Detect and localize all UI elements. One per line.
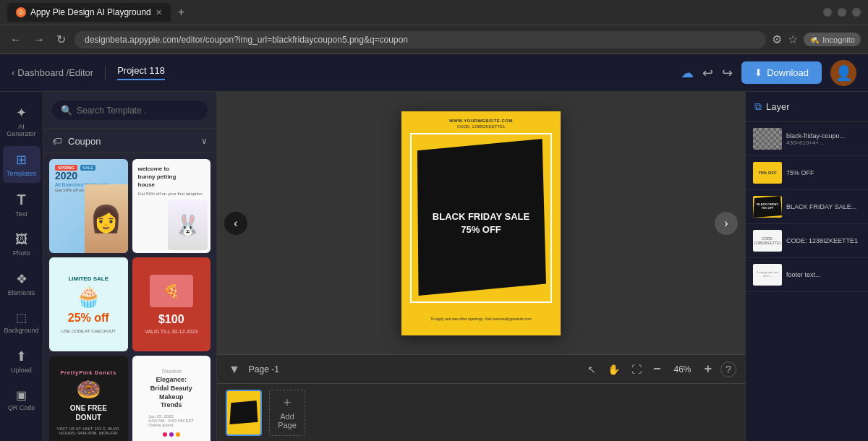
tab-close-icon[interactable]: ✕ — [156, 8, 162, 17]
layer-item-5[interactable]: To apply and see other... footer text... — [746, 258, 868, 292]
close-window-button[interactable] — [852, 8, 861, 17]
back-button[interactable]: ← — [7, 30, 25, 49]
category-icon: 🏷 — [52, 135, 62, 147]
zoom-level: 46% — [669, 364, 695, 374]
incognito-label: Incognito — [822, 35, 855, 44]
canvas-viewport[interactable]: ‹ WWW.YOURWEBSITE.COM CODE: 123BIZKEETTE… — [217, 92, 745, 354]
undo-button[interactable]: ↩ — [702, 65, 713, 81]
templates-grid: SPRING SALE 2020 All Branches Nationwide… — [43, 153, 216, 441]
makeup-date: Jun 25, 20259:00 AM - 5:00 PM ESTOnline … — [148, 414, 194, 427]
layer-thumb-inner-2: 75% OFF — [753, 162, 782, 184]
redo-button[interactable]: ↪ — [722, 65, 733, 81]
tool-item-qr-code[interactable]: ▣ QR Code — [3, 382, 41, 417]
layer-size-1: 430×610+4+... — [786, 140, 861, 146]
tool-item-templates[interactable]: ⊞ Templates — [3, 146, 41, 183]
refresh-button[interactable]: ↻ — [54, 30, 69, 49]
search-icon: 🔍 — [61, 105, 72, 116]
upload-icon: ⬆ — [16, 348, 27, 364]
right-panel-header: ⧉ Layer — [746, 92, 868, 122]
download-button[interactable]: ⬇ Download — [741, 61, 822, 84]
layer-thumb-2: 75% OFF — [753, 162, 782, 184]
right-panel: ⧉ Layer black-friday-coupo... 430×610+4+… — [745, 92, 868, 441]
pan-tool-button[interactable]: ✋ — [605, 361, 623, 378]
zoom-in-button[interactable]: + — [701, 359, 715, 380]
layer-item-4[interactable]: CODE: 123BIZKEETTE1 CODE: 1238IZKEETTE1 — [746, 224, 868, 258]
makeup-dot-pink — [163, 432, 167, 437]
tool-templates-label: Templates — [7, 170, 36, 177]
bunny-offer: Get 50% off on your first adoption — [138, 192, 205, 196]
donut-sub: VISIT US AT: UNIT 101 S. BLVD.HOURS: 9AM… — [56, 427, 120, 435]
project-name[interactable]: Project 118 — [117, 65, 165, 80]
bookmark-icon[interactable]: ☆ — [788, 33, 798, 46]
search-input[interactable] — [77, 106, 199, 116]
maximize-button[interactable] — [838, 8, 846, 17]
sale-badge: SALE — [80, 165, 95, 171]
layer-info-3: BLACK FRIDAY SALE... — [786, 203, 861, 210]
address-input[interactable] — [75, 31, 766, 48]
tool-item-text[interactable]: T Text — [3, 186, 41, 223]
hundred-food-image: 🍕 — [150, 275, 193, 307]
crop-tool-button[interactable]: ⛶ — [629, 361, 644, 378]
limited-discount: 25% off — [68, 312, 109, 325]
zoom-out-button[interactable]: − — [650, 359, 664, 380]
makeup-title: Elegance:Bridal BeautyMakeupTrends — [150, 376, 192, 410]
templates-icon: ⊞ — [16, 152, 27, 168]
canvas-main-text: BLACK FRIDAY SALE 75% OFF — [420, 210, 542, 236]
tool-background-label: Background — [4, 327, 38, 334]
photo-icon: 🖼 — [15, 232, 28, 247]
user-avatar[interactable]: 👤 — [830, 60, 856, 86]
template-card-bunny[interactable]: welcome tobunny pettinghouse Get 50% off… — [132, 159, 211, 253]
template-card-spring-sale[interactable]: SPRING SALE 2020 All Branches Nationwide… — [49, 159, 128, 253]
header-actions: ☁ ↩ ↪ ⬇ Download 👤 — [681, 60, 856, 86]
layer-info-1: black-friday-coupo... 430×610+4+... — [786, 132, 861, 146]
help-button[interactable]: ? — [720, 361, 736, 377]
layer-black-sale-text: BLACK FRIDAY75% OFF — [757, 203, 778, 210]
spring-year: 2020 — [55, 171, 122, 181]
layer-item-1[interactable]: black-friday-coupo... 430×610+4+... — [746, 122, 868, 156]
tool-item-photo[interactable]: 🖼 Photo — [3, 226, 41, 262]
category-header[interactable]: 🏷 Coupon ∨ — [43, 129, 216, 153]
dashboard-editor-link[interactable]: ‹ Dashboard /Editor — [12, 67, 93, 78]
thumbnail-page-1[interactable] — [226, 390, 262, 436]
layer-thumb-inner-5: To apply and see other... — [753, 264, 782, 286]
limited-footer: USE CODE AT CHECKOUT — [61, 329, 116, 333]
template-card-makeup[interactable]: Timeless Elegance:Bridal BeautyMakeupTre… — [132, 356, 211, 441]
layer-thumb-1 — [753, 128, 782, 150]
canvas-nav-right-button[interactable]: › — [715, 212, 738, 235]
template-card-limited-sale[interactable]: LIMITED SALE 🧁 25% off USE CODE AT CHECK… — [49, 257, 128, 351]
layer-name-5: footer text... — [786, 271, 861, 278]
layer-code-text: CODE: 123BIZKEETTE1 — [754, 236, 781, 245]
spring-person: 👩 — [85, 184, 128, 253]
new-tab-button[interactable]: + — [174, 4, 189, 20]
template-card-donut[interactable]: PrettyPink Donuts 🍩 ONE FREEDONUT VISIT … — [49, 356, 128, 441]
bottom-toolbar: ▼ Page -1 ↖ ✋ ⛶ − 46% + ? — [217, 354, 745, 383]
cursor-tool-button[interactable]: ↖ — [584, 361, 599, 378]
text-icon: T — [17, 192, 25, 208]
tool-item-elements[interactable]: ❖ Elements — [3, 265, 41, 302]
template-card-hundred[interactable]: 🍕 $100 VALID TILL 30-12-2023 — [132, 257, 211, 351]
canvas-nav-left-button[interactable]: ‹ — [224, 212, 247, 235]
ai-generator-icon: ✦ — [16, 105, 27, 121]
extensions-icon[interactable]: ⚙ — [772, 33, 782, 46]
tool-item-ai-generator[interactable]: ✦ AIGenerator — [3, 99, 41, 143]
layer-footer-text: To apply and see other... — [754, 271, 780, 278]
page-dropdown-button[interactable]: ▼ — [226, 360, 243, 379]
tool-item-upload[interactable]: ⬆ Upload — [3, 343, 41, 380]
canvas-website-url: WWW.YOURWEBSITE.COM — [401, 119, 561, 123]
layer-item-3[interactable]: BLACK FRIDAY75% OFF BLACK FRIDAY SALE... — [746, 190, 868, 224]
canvas-footer-text: To apply and see other openings, Visit w… — [401, 317, 561, 321]
active-tab[interactable]: 🎨 Appy Pie Design AI Playground ✕ — [7, 3, 171, 22]
add-page-button[interactable]: + Add Page — [269, 390, 305, 436]
hundred-amount: $100 — [158, 313, 184, 326]
layer-thumb-3: BLACK FRIDAY75% OFF — [753, 196, 782, 218]
layer-item-2[interactable]: 75% OFF 75% OFF — [746, 156, 868, 190]
donut-brand: PrettyPink Donuts — [60, 370, 116, 375]
sync-icon[interactable]: ☁ — [681, 65, 694, 81]
tool-item-background[interactable]: ⬚ Background — [3, 305, 41, 340]
tab-title: Appy Pie Design AI Playground — [30, 7, 151, 17]
minimize-button[interactable] — [823, 8, 832, 17]
search-bar: 🔍 — [43, 92, 216, 129]
bunny-image: 🐰 — [168, 200, 208, 250]
forward-button[interactable]: → — [30, 30, 48, 49]
bunny-title: welcome tobunny pettinghouse — [138, 165, 205, 189]
